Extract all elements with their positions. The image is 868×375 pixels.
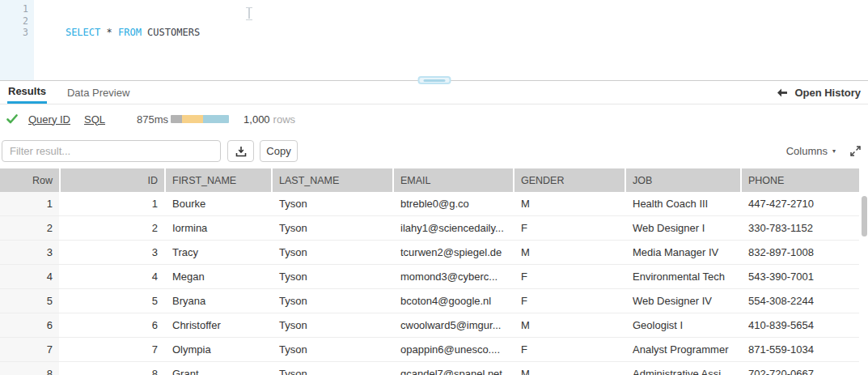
expand-icon (850, 146, 861, 156)
cell-id[interactable]: 1 (61, 192, 164, 215)
table-row: 8 8 Grant Tyson gcandel7@spanel.net M Ad… (0, 362, 859, 375)
worksheet-results-panel: 123 SELECT * FROM CUSTOMERS Results Data… (0, 0, 868, 375)
cell-gender[interactable]: F (514, 265, 625, 288)
cell-job[interactable]: Environmental Tech (626, 265, 740, 288)
table-row: 5 5 Bryana Tyson bcoton4@google.nl F Web… (0, 289, 859, 313)
success-check-icon (6, 114, 18, 124)
cell-job[interactable]: Media Manager IV (626, 241, 740, 264)
cell-email[interactable]: gcandel7@spanel.net (394, 362, 513, 375)
filter-input[interactable] (2, 140, 221, 162)
cell-gender[interactable]: F (514, 289, 625, 313)
cell-first-name[interactable]: Megan (166, 265, 271, 288)
cell-id[interactable]: 3 (61, 241, 164, 264)
cell-last-name[interactable]: Tyson (273, 265, 392, 288)
results-tabbar: Results Data Preview Open History (0, 81, 868, 104)
column-header-last-name[interactable]: LAST_NAME (273, 168, 392, 192)
column-header-phone[interactable]: PHONE (742, 168, 859, 192)
toolbar-right-tools: Columns ▾ (786, 145, 861, 157)
cell-phone[interactable]: 410-839-5654 (742, 313, 859, 337)
cell-first-name[interactable]: Olympia (166, 338, 271, 361)
expand-results-button[interactable] (850, 146, 861, 156)
cell-email[interactable]: tcurwen2@spiegel.de (394, 241, 513, 264)
vertical-scrollbar-thumb[interactable] (862, 196, 867, 237)
column-header-id[interactable]: ID (61, 168, 164, 192)
sql-editor[interactable]: 123 SELECT * FROM CUSTOMERS (0, 0, 868, 81)
cell-job[interactable]: Health Coach III (626, 192, 740, 215)
table-row: 3 3 Tracy Tyson tcurwen2@spiegel.de M Me… (0, 241, 859, 265)
cell-id[interactable]: 8 (61, 362, 164, 375)
cell-last-name[interactable]: Tyson (273, 241, 392, 264)
cell-row-number: 7 (0, 338, 59, 361)
cell-id[interactable]: 4 (61, 265, 164, 288)
left-arrow-icon (777, 88, 788, 97)
line-number-gutter: 123 (0, 0, 34, 80)
cell-phone[interactable]: 832-897-1008 (742, 241, 859, 264)
panel-resize-handle[interactable] (417, 76, 451, 84)
cell-email[interactable]: ilahy1@sciencedaily... (394, 216, 513, 240)
cell-job[interactable]: Analyst Programmer (626, 338, 740, 361)
cell-id[interactable]: 5 (61, 289, 164, 313)
column-header-gender[interactable]: GENDER (514, 168, 625, 192)
cell-id[interactable]: 7 (61, 338, 164, 361)
sql-token: * (100, 27, 118, 38)
cell-id[interactable]: 2 (61, 216, 164, 240)
copy-button[interactable]: Copy (260, 140, 298, 162)
progress-segment (182, 115, 203, 123)
table-body: 1 1 Bourke Tyson btreble0@g.co M Health … (0, 192, 859, 375)
cell-phone[interactable]: 554-308-2244 (742, 289, 859, 313)
cell-last-name[interactable]: Tyson (273, 313, 392, 337)
column-header-job[interactable]: JOB (626, 168, 740, 192)
cell-email[interactable]: btreble0@g.co (394, 192, 513, 215)
cell-phone[interactable]: 447-427-2710 (742, 192, 859, 215)
cell-id[interactable]: 6 (61, 313, 164, 337)
query-duration: 875ms (137, 113, 168, 126)
column-header-email[interactable]: EMAIL (394, 168, 513, 192)
column-header-row[interactable]: Row (0, 168, 59, 192)
cell-first-name[interactable]: Iormina (166, 216, 271, 240)
cell-job[interactable]: Administrative Assi... (626, 362, 740, 375)
cell-first-name[interactable]: Bryana (166, 289, 271, 313)
download-button[interactable] (227, 140, 254, 162)
cell-email[interactable]: bcoton4@google.nl (394, 289, 513, 313)
cell-gender[interactable]: F (514, 338, 625, 361)
cell-first-name[interactable]: Christoffer (166, 313, 271, 337)
cell-last-name[interactable]: Tyson (273, 192, 392, 215)
column-header-first-name[interactable]: FIRST_NAME (166, 168, 271, 192)
query-id-link[interactable]: Query ID (28, 113, 70, 126)
cell-first-name[interactable]: Bourke (166, 192, 271, 215)
cell-email[interactable]: cwoolward5@imgur... (394, 313, 513, 337)
table-row: 2 2 Iormina Tyson ilahy1@sciencedaily...… (0, 216, 859, 241)
cell-email[interactable]: momond3@cyberc... (394, 265, 513, 288)
line-number: 3 (0, 27, 34, 39)
open-history-button[interactable]: Open History (777, 81, 861, 104)
sql-code-line[interactable]: SELECT * FROM CUSTOMERS (34, 0, 200, 80)
cell-job[interactable]: Web Designer I (626, 216, 740, 240)
cell-row-number: 1 (0, 192, 59, 215)
cell-last-name[interactable]: Tyson (273, 338, 392, 361)
sql-link[interactable]: SQL (84, 113, 105, 126)
cell-row-number: 2 (0, 216, 59, 240)
columns-label: Columns (786, 145, 828, 157)
columns-dropdown[interactable]: Columns ▾ (786, 145, 836, 157)
cell-email[interactable]: opappin6@unesco.... (394, 338, 513, 361)
tab-results[interactable]: Results (7, 81, 47, 104)
tab-data-preview[interactable]: Data Preview (66, 81, 130, 104)
cell-gender[interactable]: M (514, 241, 625, 264)
cell-phone[interactable]: 543-390-7001 (742, 265, 859, 288)
cell-gender[interactable]: M (514, 362, 625, 375)
cell-gender[interactable]: M (514, 313, 625, 337)
sql-token: CUSTOMERS (142, 27, 200, 38)
cell-first-name[interactable]: Tracy (166, 241, 271, 264)
cell-last-name[interactable]: Tyson (273, 289, 392, 313)
cell-gender[interactable]: M (514, 192, 625, 215)
cell-phone[interactable]: 871-559-1034 (742, 338, 859, 361)
cell-last-name[interactable]: Tyson (273, 216, 392, 240)
cell-job[interactable]: Web Designer IV (626, 289, 740, 313)
cell-phone[interactable]: 330-783-1152 (742, 216, 859, 240)
cell-job[interactable]: Geologist I (626, 313, 740, 337)
table-row: 6 6 Christoffer Tyson cwoolward5@imgur..… (0, 313, 859, 338)
cell-first-name[interactable]: Grant (166, 362, 271, 375)
cell-phone[interactable]: 702-720-0667 (742, 362, 859, 375)
cell-last-name[interactable]: Tyson (273, 362, 392, 375)
cell-gender[interactable]: F (514, 216, 625, 240)
